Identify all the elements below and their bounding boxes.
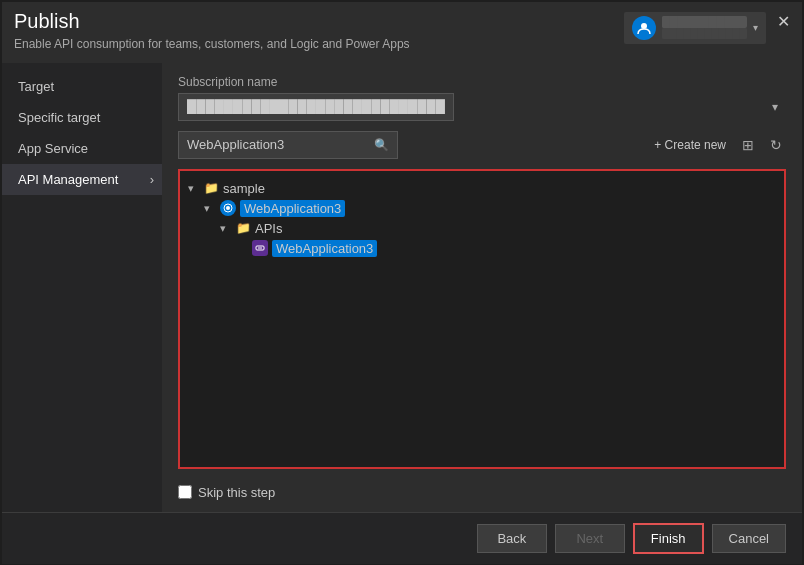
sidebar-item-target[interactable]: Target: [2, 71, 162, 102]
subscription-section: Subscription name ██████████████████████…: [178, 75, 786, 121]
create-new-button[interactable]: + Create new: [650, 136, 730, 154]
next-button[interactable]: Next: [555, 524, 625, 553]
node-label-apis: APIs: [255, 221, 282, 236]
tree-container[interactable]: ▾ 📁 sample ▾ WebApplication3: [178, 169, 786, 469]
user-info: ████████ ████████████: [662, 16, 747, 39]
cancel-button[interactable]: Cancel: [712, 524, 786, 553]
search-row: 🔍 + Create new ⊞ ↻: [178, 131, 786, 159]
columns-icon[interactable]: ⊞: [738, 135, 758, 155]
sidebar-item-specific-target[interactable]: Specific target: [2, 102, 162, 133]
sidebar: Target Specific target App Service API M…: [2, 63, 162, 512]
finish-button[interactable]: Finish: [633, 523, 704, 554]
node-label-sample: sample: [223, 181, 265, 196]
service-icon: [220, 200, 236, 216]
subscription-select[interactable]: ████████████████████████████: [178, 93, 454, 121]
skip-checkbox[interactable]: [178, 485, 192, 499]
node-label-webapp3-api: WebApplication3: [272, 240, 377, 257]
chevron-icon: ▾: [220, 222, 232, 235]
tree-node-apis[interactable]: ▾ 📁 APIs: [220, 219, 776, 238]
svg-point-0: [641, 23, 647, 29]
search-icon: 🔍: [374, 138, 389, 152]
dialog-subtitle: Enable API consumption for teams, custom…: [2, 33, 482, 63]
content-area: Subscription name ██████████████████████…: [162, 63, 802, 512]
chevron-icon: ▾: [188, 182, 200, 195]
avatar: [632, 16, 656, 40]
close-button[interactable]: ✕: [777, 12, 790, 31]
user-badge[interactable]: ████████ ████████████ ▾: [624, 12, 766, 44]
tree-node-webapplication3[interactable]: ▾ WebApplication3: [204, 198, 776, 219]
chevron-icon: ▾: [204, 202, 216, 215]
search-box-wrapper: 🔍: [178, 131, 398, 159]
main-content: Target Specific target App Service API M…: [2, 63, 802, 512]
footer: Back Next Finish Cancel: [2, 512, 802, 564]
sidebar-item-api-management[interactable]: API Management: [2, 164, 162, 195]
sidebar-item-app-service[interactable]: App Service: [2, 133, 162, 164]
subscription-label: Subscription name: [178, 75, 786, 89]
node-label-webapp3-l1: WebApplication3: [240, 200, 345, 217]
back-button[interactable]: Back: [477, 524, 547, 553]
user-name: ████████: [662, 16, 747, 28]
refresh-icon[interactable]: ↻: [766, 135, 786, 155]
skip-label[interactable]: Skip this step: [198, 485, 275, 500]
tree-node-webapplication3-api[interactable]: ▾ WebApplication3: [236, 238, 776, 259]
dialog-title: Publish: [14, 10, 80, 33]
publish-dialog: Publish ✕ Enable API consumption for tea…: [2, 2, 802, 564]
toolbar-right: + Create new ⊞ ↻: [650, 135, 786, 155]
api-icon: [252, 240, 268, 256]
user-email: ████████████: [662, 28, 747, 39]
chevron-down-icon: ▾: [753, 22, 758, 33]
search-input[interactable]: [187, 137, 367, 152]
folder-icon: 📁: [204, 181, 219, 195]
folder-icon: 📁: [236, 221, 251, 235]
skip-row: Skip this step: [178, 479, 786, 500]
svg-point-2: [226, 206, 230, 210]
subscription-select-wrapper: ████████████████████████████: [178, 93, 786, 121]
tree-node-sample[interactable]: ▾ 📁 sample: [188, 179, 776, 198]
